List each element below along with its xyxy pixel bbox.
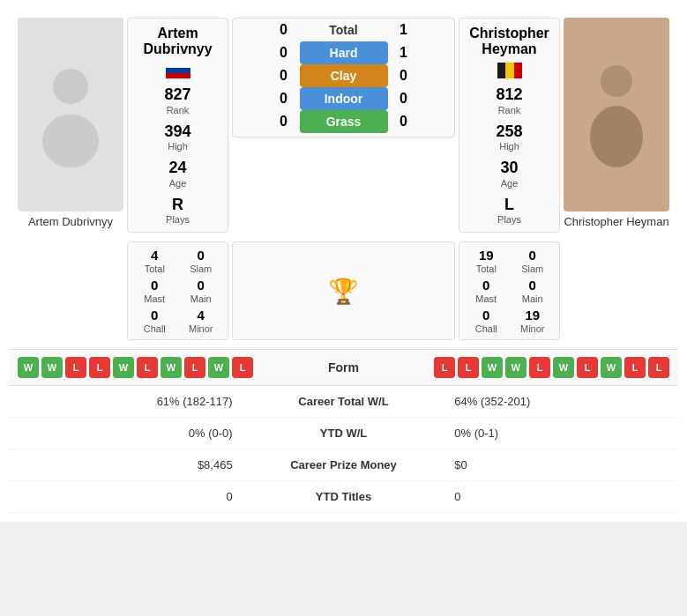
grass-score-left: 0: [275, 114, 293, 130]
p1-ytd-titles: 0: [9, 481, 243, 513]
form-pill: W: [18, 357, 39, 378]
total-score-left: 0: [275, 22, 293, 38]
form-pill: W: [208, 357, 229, 378]
player2-photo: [564, 18, 669, 212]
indoor-button: Indoor: [300, 87, 388, 110]
p1-chall: 0 Chall: [133, 308, 176, 334]
ytd-titles-label: YTD Titles: [243, 481, 444, 513]
indoor-score-left: 0: [275, 91, 293, 107]
player1-photo-col: Artem Dubrivnyy: [18, 18, 123, 228]
grass-row: 0 Grass 0: [233, 110, 454, 133]
player2-rank: 812 Rank: [467, 85, 552, 115]
p2-main: 0 Main: [512, 278, 555, 304]
player1-name: Artem Dubrivnyy: [143, 26, 212, 57]
p1-ytd-wl: 0% (0-0): [9, 418, 243, 449]
grass-button: Grass: [300, 110, 388, 133]
form-pill: L: [184, 357, 205, 378]
svg-point-1: [42, 115, 99, 167]
form-pill: L: [458, 357, 479, 378]
player1-high: 394 High: [135, 122, 220, 152]
total-label: Total: [300, 23, 388, 37]
p2-mast: 0 Mast: [465, 278, 508, 304]
clay-button: Clay: [300, 64, 388, 87]
svg-rect-6: [505, 63, 514, 78]
player1-plays: R Plays: [135, 196, 220, 226]
p2-ytd-titles: 0: [444, 481, 678, 513]
form-pill: L: [624, 357, 646, 378]
player2-plays: L Plays: [467, 196, 552, 226]
form-pill: W: [113, 357, 134, 378]
p2-chall: 0 Chall: [465, 308, 508, 334]
hard-score-right: 1: [395, 45, 413, 61]
player2-flag: [497, 63, 522, 78]
player2-age: 30 Age: [467, 159, 552, 189]
p1-career-wl: 61% (182-117): [9, 386, 243, 418]
p2-slam: 0 Slam: [512, 248, 555, 274]
indoor-row: 0 Indoor 0: [233, 87, 454, 110]
player1-mini-stats: 4 Total 0 Slam 0 Mast 0 Main 0 Chall: [127, 241, 228, 340]
form-pill: W: [505, 357, 526, 378]
grass-score-right: 0: [395, 114, 413, 130]
player1-stats: Artem Dubrivnyy 827 Rank 394 High: [127, 18, 228, 233]
form-pill: W: [482, 357, 503, 378]
svg-point-0: [53, 69, 88, 104]
clay-score-right: 0: [395, 68, 413, 84]
prize-label: Career Prize Money: [243, 449, 444, 481]
player1-age: 24 Age: [135, 159, 220, 189]
p1-main: 0 Main: [180, 278, 223, 304]
player2-form: LLWWLWLWLL: [397, 357, 670, 378]
svg-rect-7: [514, 63, 522, 78]
p2-career-wl: 64% (352-201): [444, 386, 678, 418]
player1-name-below: Artem Dubrivnyy: [18, 215, 123, 228]
p2-total: 19 Total: [465, 248, 508, 274]
player1-flag: [166, 63, 190, 78]
form-pill: L: [529, 357, 550, 378]
prize-row: $8,465 Career Prize Money $0: [9, 449, 678, 481]
ytd-wl-row: 0% (0-0) YTD W/L 0% (0-1): [9, 418, 678, 449]
form-pill: L: [89, 357, 110, 378]
form-pill: L: [232, 357, 253, 378]
ytd-wl-label: YTD W/L: [243, 418, 444, 449]
p2-mini-spacer: [564, 241, 669, 340]
svg-rect-4: [166, 73, 190, 78]
player2-name: Christopher Heyman: [469, 26, 549, 57]
clay-score-left: 0: [275, 68, 293, 84]
clay-row: 0 Clay 0: [233, 64, 454, 87]
p1-minor: 4 Minor: [180, 308, 223, 334]
player2-mini-stats: 19 Total 0 Slam 0 Mast 0 Main 0 Chall: [459, 241, 560, 340]
player2-high: 258 High: [467, 122, 552, 152]
p2-minor: 19 Minor: [512, 308, 555, 334]
form-pill: W: [601, 357, 622, 378]
form-pill: L: [137, 357, 158, 378]
svg-point-9: [590, 106, 643, 167]
player1-rank: 827 Rank: [135, 85, 220, 115]
stats-table: 61% (182-117) Career Total W/L 64% (352-…: [9, 386, 678, 513]
svg-rect-5: [497, 63, 505, 78]
svg-rect-2: [166, 63, 190, 68]
form-pill: L: [434, 357, 455, 378]
player2-photo-col: Christopher Heyman: [564, 18, 669, 228]
ytd-titles-row: 0 YTD Titles 0: [9, 481, 678, 513]
career-wl-row: 61% (182-117) Career Total W/L 64% (352-…: [9, 386, 678, 418]
p1-mini-spacer: [18, 241, 123, 340]
player1-form: WWLLWLWLWL: [18, 357, 291, 378]
mini-stats-row: 4 Total 0 Slam 0 Mast 0 Main 0 Chall: [9, 241, 678, 349]
player1-photo: [18, 18, 123, 212]
court-panel: 0 Total 1 0 Hard 1 0 Clay 0 0 Indoor 0 0: [232, 18, 455, 137]
hard-score-left: 0: [275, 45, 293, 61]
hard-row: 0 Hard 1: [233, 41, 454, 64]
player2-stats: Christopher Heyman 812 Rank 258 High: [459, 18, 560, 233]
form-pill: L: [648, 357, 669, 378]
form-pill: W: [161, 357, 182, 378]
player2-name-below: Christopher Heyman: [564, 215, 669, 228]
form-section: WWLLWLWLWL Form LLWWLWLWLL: [9, 349, 678, 386]
p1-total: 4 Total: [133, 248, 176, 274]
p1-prize: $8,465: [9, 449, 243, 481]
total-score-right: 1: [395, 22, 413, 38]
svg-point-8: [601, 65, 632, 97]
form-pill: W: [41, 357, 63, 378]
form-pill: L: [65, 357, 86, 378]
form-label: Form: [291, 360, 397, 375]
form-pill: L: [577, 357, 598, 378]
court-total-row: 0 Total 1: [233, 22, 454, 38]
